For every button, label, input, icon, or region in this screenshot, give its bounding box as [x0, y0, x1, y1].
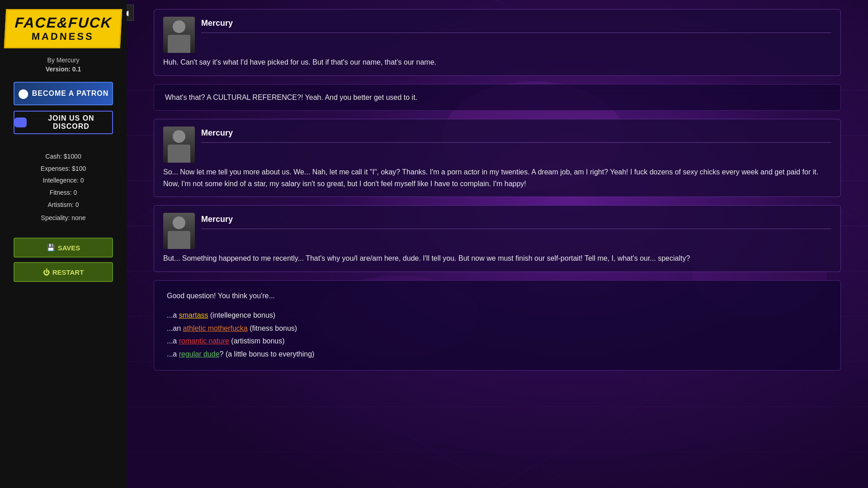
mercury-avatar-art-3 — [163, 213, 195, 249]
cash-stat: Cash: $1000 — [41, 150, 86, 163]
choice2-prefix: ...an — [167, 324, 183, 332]
narration1-text: What's that? A CULTURAL REFERENCE?! Yeah… — [165, 94, 417, 101]
dialog2-header: Mercury — [163, 127, 831, 163]
main-content: ◀ Mercury Huh. Can't say it's what I'd h… — [127, 0, 868, 488]
dialog1-divider — [201, 33, 831, 33]
dialog3-avatar — [163, 213, 195, 249]
choice-item-3[interactable]: ...a romantic nature (artistism bonus) — [167, 335, 828, 348]
dialog3-header: Mercury — [163, 213, 831, 249]
choice3-suffix: (artistism bonus) — [229, 337, 285, 345]
choice1-suffix: (intellegence bonus) — [208, 311, 276, 319]
dialog1-header: Mercury — [163, 17, 831, 53]
restart-label: RESTART — [52, 268, 84, 276]
dialog3-divider — [201, 229, 831, 229]
choice-item-2[interactable]: ...an athletic motherfucka (fitness bonu… — [167, 322, 828, 335]
patreon-icon: ⬤ — [18, 88, 28, 99]
choice-item-1[interactable]: ...a smartass (intellegence bonus) — [167, 309, 828, 322]
dialog3-char-name: Mercury — [201, 213, 831, 226]
sidebar: FACE&FUCK MADNESS By Mercury Version: 0.… — [0, 0, 127, 488]
dialog3-name-block: Mercury — [201, 213, 831, 229]
restart-icon: ⏻ — [43, 268, 50, 276]
speciality-area: Speciality: none — [41, 214, 86, 221]
dialog-box-2: Mercury So... Now let me tell you more a… — [154, 119, 841, 197]
speciality-stat: Speciality: none — [41, 214, 86, 221]
dialog1-avatar — [163, 17, 195, 53]
choice4-prefix: ...a — [167, 350, 179, 358]
dialog-area[interactable]: Mercury Huh. Can't say it's what I'd hav… — [127, 0, 868, 488]
saves-icon: 💾 — [47, 244, 55, 252]
dialog3-text: But... Something happened to me recently… — [163, 253, 831, 264]
dialog2-name-block: Mercury — [201, 127, 831, 143]
dialog1-text: Huh. Can't say it's what I'd have picked… — [163, 56, 831, 68]
fitness-stat: Fitness: 0 — [41, 187, 86, 199]
dialog2-char-name: Mercury — [201, 127, 831, 140]
dialog1-name-block: Mercury — [201, 17, 831, 33]
choice4-highlight[interactable]: regular dude — [179, 350, 220, 358]
discord-button[interactable]: JOIN US ON DISCORD — [14, 111, 113, 134]
expenses-stat: Expenses: $100 — [41, 163, 86, 175]
collapse-icon: ◀ — [127, 9, 128, 17]
mercury-avatar-art-2 — [163, 127, 195, 163]
choice2-suffix: (fitness bonus) — [248, 324, 297, 332]
intellegence-stat: Intellegence: 0 — [41, 174, 86, 187]
dialog1-char-name: Mercury — [201, 17, 831, 30]
choice2-highlight[interactable]: athletic motherfucka — [183, 324, 248, 332]
choice-item-4[interactable]: ...a regular dude? (a little bonus to ev… — [167, 348, 828, 361]
choice1-highlight[interactable]: smartass — [179, 311, 208, 319]
dialog2-avatar — [163, 127, 195, 163]
discord-icon — [14, 117, 27, 127]
logo-title: FACE&FUCK — [14, 15, 113, 31]
logo-area: FACE&FUCK MADNESS — [7, 9, 119, 48]
dialog2-text: So... Now let me tell you more about us.… — [163, 166, 831, 189]
choice3-prefix: ...a — [167, 337, 179, 345]
narration-box-1: What's that? A CULTURAL REFERENCE?! Yeah… — [154, 84, 841, 111]
patreon-label: BECOME A PATRON — [32, 89, 109, 98]
version-line: Version: 0.1 — [46, 66, 81, 73]
discord-label: JOIN US ON DISCORD — [30, 114, 112, 131]
choice1-prefix: ...a — [167, 311, 179, 319]
dialog-box-1: Mercury Huh. Can't say it's what I'd hav… — [154, 9, 841, 76]
choice3-highlight[interactable]: romantic nature — [179, 337, 229, 345]
dialog2-divider — [201, 142, 831, 143]
by-line: By Mercury — [47, 56, 80, 64]
stats-area: Cash: $1000 Expenses: $100 Intellegence:… — [41, 150, 86, 211]
choice-box: Good question! You think you're... ...a … — [154, 280, 841, 371]
collapse-button[interactable]: ◀ — [127, 5, 134, 21]
saves-label: SAVES — [58, 244, 80, 252]
mercury-avatar-art — [163, 17, 195, 53]
choice-intro: Good question! You think you're... — [167, 290, 828, 303]
choice4-suffix: ? (a little bonus to everything) — [220, 350, 315, 358]
discord-inner: JOIN US ON DISCORD — [14, 114, 112, 131]
saves-button[interactable]: 💾 SAVES — [14, 238, 113, 258]
artistism-stat: Artistism: 0 — [41, 199, 86, 211]
patreon-button[interactable]: ⬤ BECOME A PATRON — [14, 82, 113, 105]
restart-button[interactable]: ⏻ RESTART — [14, 262, 113, 282]
logo-box: FACE&FUCK MADNESS — [4, 9, 123, 48]
logo-subtitle: MADNESS — [14, 31, 112, 42]
dialog-box-3: Mercury But... Something happened to me … — [154, 205, 841, 272]
